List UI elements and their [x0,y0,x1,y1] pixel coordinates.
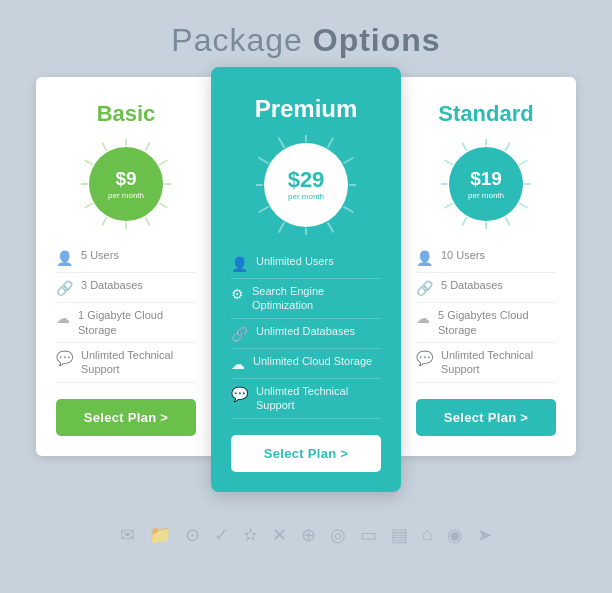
svg-line-11 [160,161,167,165]
svg-line-19 [279,223,284,232]
svg-text:$29: $29 [288,167,325,192]
svg-line-8 [103,143,107,150]
feature-text: 1 Gigabyte Cloud Storage [78,308,196,337]
price-circle-wrap-premium: $29 per month [256,135,356,235]
feature-item: ☁1 Gigabyte Cloud Storage [56,303,196,343]
select-plan-button-basic[interactable]: Select Plan > [56,399,196,436]
svg-line-10 [146,143,150,150]
feature-text: Search Engine Optimization [252,284,381,313]
bottom-icon-5: ✕ [272,524,287,546]
bottom-icon-8: ▭ [360,524,377,546]
svg-line-35 [445,204,452,208]
feature-item: 👤5 Users [56,243,196,273]
feature-icon: ☁ [416,309,430,327]
svg-line-5 [85,204,92,208]
select-plan-button-standard[interactable]: Select Plan > [416,399,556,436]
plan-card-basic: Basic $9 per month 👤5 Users🔗3 Databases☁… [36,77,216,456]
feature-icon: 👤 [416,249,433,267]
bottom-icon-12: ➤ [477,524,492,546]
svg-line-34 [463,218,467,225]
bottom-icon-6: ⊕ [301,524,316,546]
feature-icon: 🔗 [416,279,433,297]
svg-line-23 [279,138,284,147]
svg-line-2 [146,218,150,225]
features-list-standard: 👤10 Users🔗5 Databases☁5 Gigabytes Cloud … [416,243,556,383]
plan-card-standard: Standard $19 per month 👤10 Users🔗5 Datab… [396,77,576,456]
feature-item: ☁5 Gigabytes Cloud Storage [416,303,556,343]
feature-item: 💬Unlimted Technical Support [416,343,556,383]
svg-line-38 [463,143,467,150]
page-title: Package Options [0,0,612,77]
feature-icon: 🔗 [56,279,73,297]
svg-line-22 [259,158,268,163]
bottom-icon-11: ◉ [447,524,463,546]
feature-item: ⚙Search Engine Optimization [231,279,381,319]
feature-text: 3 Databases [81,278,143,292]
svg-text:$19: $19 [470,168,502,189]
feature-icon: 💬 [56,349,73,367]
svg-line-20 [259,207,268,212]
feature-icon: 💬 [231,385,248,403]
feature-item: 🔗3 Databases [56,273,196,303]
bottom-icon-1: 📁 [149,524,171,546]
feature-icon: 👤 [231,255,248,273]
svg-text:per month: per month [288,192,324,201]
feature-icon: ⚙ [231,285,244,303]
bottom-icons-row: ✉📁⊙✓✫✕⊕◎▭▤⌂◉➤ [0,506,612,546]
feature-item: 💬Unlimted Technical Support [56,343,196,383]
feature-text: 5 Users [81,248,119,262]
svg-line-31 [520,204,527,208]
svg-line-4 [103,218,107,225]
features-list-basic: 👤5 Users🔗3 Databases☁1 Gigabyte Cloud St… [56,243,196,383]
feature-icon: 🔗 [231,325,248,343]
plan-name-basic: Basic [56,101,196,127]
svg-line-41 [520,161,527,165]
svg-line-1 [160,204,167,208]
svg-line-17 [328,223,333,232]
svg-text:per month: per month [468,191,504,200]
plan-name-premium: Premium [231,95,381,123]
bottom-icon-2: ⊙ [185,524,200,546]
feature-text: 5 Databases [441,278,503,292]
bottom-icon-3: ✓ [214,524,229,546]
feature-item: 👤10 Users [416,243,556,273]
plans-container: Basic $9 per month 👤5 Users🔗3 Databases☁… [0,77,612,492]
feature-icon: 💬 [416,349,433,367]
feature-item: 👤Unlimited Users [231,249,381,279]
feature-icon: ☁ [231,355,245,373]
plan-card-premium: Premium $29 per month 👤Unlimited Users⚙S… [211,67,401,492]
feature-icon: 👤 [56,249,73,267]
bottom-icon-10: ⌂ [422,524,433,545]
svg-line-25 [328,138,333,147]
feature-icon: ☁ [56,309,70,327]
price-circle-wrap-standard: $19 per month [441,139,531,229]
plan-name-standard: Standard [416,101,556,127]
bottom-icon-9: ▤ [391,524,408,546]
svg-line-16 [344,207,353,212]
svg-line-32 [506,218,510,225]
bottom-icon-4: ✫ [243,524,258,546]
svg-line-26 [344,158,353,163]
feature-text: Unlimted Databases [256,324,355,338]
feature-text: 10 Users [441,248,485,262]
svg-line-40 [506,143,510,150]
select-plan-button-premium[interactable]: Select Plan > [231,435,381,472]
svg-line-7 [85,161,92,165]
feature-text: Unlimted Technical Support [256,384,381,413]
feature-text: Unlimted Technical Support [81,348,196,377]
bottom-icon-7: ◎ [330,524,346,546]
feature-item: 🔗Unlimted Databases [231,319,381,349]
svg-text:per month: per month [108,191,144,200]
bottom-icon-0: ✉ [120,524,135,546]
svg-text:$9: $9 [115,168,136,189]
feature-text: Unlimited Users [256,254,334,268]
feature-item: 💬Unlimted Technical Support [231,379,381,419]
feature-text: 5 Gigabytes Cloud Storage [438,308,556,337]
feature-text: Unlimited Cloud Storage [253,354,372,368]
features-list-premium: 👤Unlimited Users⚙Search Engine Optimizat… [231,249,381,419]
svg-line-37 [445,161,452,165]
price-circle-wrap-basic: $9 per month [81,139,171,229]
feature-item: 🔗5 Databases [416,273,556,303]
feature-item: ☁Unlimited Cloud Storage [231,349,381,379]
feature-text: Unlimted Technical Support [441,348,556,377]
